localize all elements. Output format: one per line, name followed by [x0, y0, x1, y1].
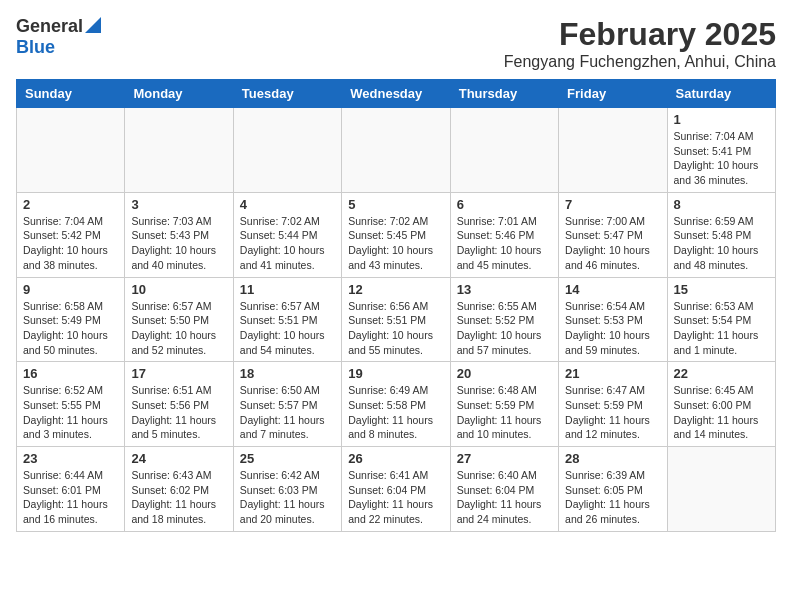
day-of-week-header: Friday	[559, 80, 667, 108]
day-info: Sunrise: 6:42 AM Sunset: 6:03 PM Dayligh…	[240, 468, 335, 527]
day-info: Sunrise: 7:00 AM Sunset: 5:47 PM Dayligh…	[565, 214, 660, 273]
day-info: Sunrise: 6:53 AM Sunset: 5:54 PM Dayligh…	[674, 299, 769, 358]
day-number: 26	[348, 451, 443, 466]
calendar-cell: 8Sunrise: 6:59 AM Sunset: 5:48 PM Daylig…	[667, 192, 775, 277]
day-number: 2	[23, 197, 118, 212]
calendar-cell: 25Sunrise: 6:42 AM Sunset: 6:03 PM Dayli…	[233, 447, 341, 532]
day-info: Sunrise: 7:02 AM Sunset: 5:45 PM Dayligh…	[348, 214, 443, 273]
svg-marker-0	[85, 17, 101, 33]
day-info: Sunrise: 7:03 AM Sunset: 5:43 PM Dayligh…	[131, 214, 226, 273]
day-info: Sunrise: 6:45 AM Sunset: 6:00 PM Dayligh…	[674, 383, 769, 442]
calendar-cell	[125, 108, 233, 193]
calendar-cell: 1Sunrise: 7:04 AM Sunset: 5:41 PM Daylig…	[667, 108, 775, 193]
day-number: 15	[674, 282, 769, 297]
day-info: Sunrise: 6:52 AM Sunset: 5:55 PM Dayligh…	[23, 383, 118, 442]
day-info: Sunrise: 6:59 AM Sunset: 5:48 PM Dayligh…	[674, 214, 769, 273]
day-info: Sunrise: 6:54 AM Sunset: 5:53 PM Dayligh…	[565, 299, 660, 358]
calendar-cell: 27Sunrise: 6:40 AM Sunset: 6:04 PM Dayli…	[450, 447, 558, 532]
day-info: Sunrise: 6:40 AM Sunset: 6:04 PM Dayligh…	[457, 468, 552, 527]
calendar-cell	[233, 108, 341, 193]
day-number: 27	[457, 451, 552, 466]
day-info: Sunrise: 6:39 AM Sunset: 6:05 PM Dayligh…	[565, 468, 660, 527]
calendar-cell	[450, 108, 558, 193]
calendar-cell: 15Sunrise: 6:53 AM Sunset: 5:54 PM Dayli…	[667, 277, 775, 362]
day-number: 14	[565, 282, 660, 297]
calendar-cell: 12Sunrise: 6:56 AM Sunset: 5:51 PM Dayli…	[342, 277, 450, 362]
day-number: 16	[23, 366, 118, 381]
calendar-cell: 18Sunrise: 6:50 AM Sunset: 5:57 PM Dayli…	[233, 362, 341, 447]
logo: General Blue	[16, 16, 101, 58]
calendar-cell: 4Sunrise: 7:02 AM Sunset: 5:44 PM Daylig…	[233, 192, 341, 277]
day-number: 7	[565, 197, 660, 212]
calendar-header-row: SundayMondayTuesdayWednesdayThursdayFrid…	[17, 80, 776, 108]
calendar-cell: 5Sunrise: 7:02 AM Sunset: 5:45 PM Daylig…	[342, 192, 450, 277]
calendar-cell	[667, 447, 775, 532]
day-number: 3	[131, 197, 226, 212]
logo-general-text: General	[16, 16, 83, 37]
day-info: Sunrise: 6:50 AM Sunset: 5:57 PM Dayligh…	[240, 383, 335, 442]
calendar-cell: 16Sunrise: 6:52 AM Sunset: 5:55 PM Dayli…	[17, 362, 125, 447]
calendar-cell: 11Sunrise: 6:57 AM Sunset: 5:51 PM Dayli…	[233, 277, 341, 362]
day-of-week-header: Tuesday	[233, 80, 341, 108]
day-number: 9	[23, 282, 118, 297]
calendar-cell: 21Sunrise: 6:47 AM Sunset: 5:59 PM Dayli…	[559, 362, 667, 447]
calendar-cell: 7Sunrise: 7:00 AM Sunset: 5:47 PM Daylig…	[559, 192, 667, 277]
day-number: 25	[240, 451, 335, 466]
day-info: Sunrise: 6:49 AM Sunset: 5:58 PM Dayligh…	[348, 383, 443, 442]
day-info: Sunrise: 6:55 AM Sunset: 5:52 PM Dayligh…	[457, 299, 552, 358]
calendar-cell: 17Sunrise: 6:51 AM Sunset: 5:56 PM Dayli…	[125, 362, 233, 447]
logo-blue-text: Blue	[16, 37, 55, 57]
day-number: 28	[565, 451, 660, 466]
day-number: 8	[674, 197, 769, 212]
day-of-week-header: Monday	[125, 80, 233, 108]
week-row: 16Sunrise: 6:52 AM Sunset: 5:55 PM Dayli…	[17, 362, 776, 447]
calendar-cell	[342, 108, 450, 193]
day-number: 12	[348, 282, 443, 297]
week-row: 23Sunrise: 6:44 AM Sunset: 6:01 PM Dayli…	[17, 447, 776, 532]
calendar-title: February 2025	[504, 16, 776, 53]
day-info: Sunrise: 7:04 AM Sunset: 5:41 PM Dayligh…	[674, 129, 769, 188]
day-number: 13	[457, 282, 552, 297]
day-of-week-header: Wednesday	[342, 80, 450, 108]
day-info: Sunrise: 6:56 AM Sunset: 5:51 PM Dayligh…	[348, 299, 443, 358]
calendar-table: SundayMondayTuesdayWednesdayThursdayFrid…	[16, 79, 776, 532]
day-of-week-header: Saturday	[667, 80, 775, 108]
day-number: 23	[23, 451, 118, 466]
day-of-week-header: Thursday	[450, 80, 558, 108]
day-info: Sunrise: 6:57 AM Sunset: 5:51 PM Dayligh…	[240, 299, 335, 358]
calendar-cell: 9Sunrise: 6:58 AM Sunset: 5:49 PM Daylig…	[17, 277, 125, 362]
day-number: 1	[674, 112, 769, 127]
day-number: 22	[674, 366, 769, 381]
day-number: 21	[565, 366, 660, 381]
day-number: 10	[131, 282, 226, 297]
day-number: 20	[457, 366, 552, 381]
calendar-cell: 10Sunrise: 6:57 AM Sunset: 5:50 PM Dayli…	[125, 277, 233, 362]
day-of-week-header: Sunday	[17, 80, 125, 108]
day-info: Sunrise: 6:41 AM Sunset: 6:04 PM Dayligh…	[348, 468, 443, 527]
day-info: Sunrise: 6:47 AM Sunset: 5:59 PM Dayligh…	[565, 383, 660, 442]
day-info: Sunrise: 6:48 AM Sunset: 5:59 PM Dayligh…	[457, 383, 552, 442]
day-number: 4	[240, 197, 335, 212]
calendar-cell: 14Sunrise: 6:54 AM Sunset: 5:53 PM Dayli…	[559, 277, 667, 362]
day-number: 24	[131, 451, 226, 466]
day-number: 11	[240, 282, 335, 297]
calendar-cell: 28Sunrise: 6:39 AM Sunset: 6:05 PM Dayli…	[559, 447, 667, 532]
page-header: General Blue February 2025 Fengyang Fuch…	[16, 16, 776, 71]
calendar-cell: 23Sunrise: 6:44 AM Sunset: 6:01 PM Dayli…	[17, 447, 125, 532]
day-info: Sunrise: 6:58 AM Sunset: 5:49 PM Dayligh…	[23, 299, 118, 358]
calendar-cell: 3Sunrise: 7:03 AM Sunset: 5:43 PM Daylig…	[125, 192, 233, 277]
calendar-cell: 26Sunrise: 6:41 AM Sunset: 6:04 PM Dayli…	[342, 447, 450, 532]
day-number: 17	[131, 366, 226, 381]
day-number: 5	[348, 197, 443, 212]
calendar-cell: 22Sunrise: 6:45 AM Sunset: 6:00 PM Dayli…	[667, 362, 775, 447]
calendar-cell: 20Sunrise: 6:48 AM Sunset: 5:59 PM Dayli…	[450, 362, 558, 447]
calendar-cell: 19Sunrise: 6:49 AM Sunset: 5:58 PM Dayli…	[342, 362, 450, 447]
calendar-cell	[559, 108, 667, 193]
logo-arrow-icon	[85, 17, 101, 37]
day-number: 19	[348, 366, 443, 381]
week-row: 2Sunrise: 7:04 AM Sunset: 5:42 PM Daylig…	[17, 192, 776, 277]
calendar-cell: 6Sunrise: 7:01 AM Sunset: 5:46 PM Daylig…	[450, 192, 558, 277]
day-number: 18	[240, 366, 335, 381]
day-info: Sunrise: 6:57 AM Sunset: 5:50 PM Dayligh…	[131, 299, 226, 358]
day-number: 6	[457, 197, 552, 212]
